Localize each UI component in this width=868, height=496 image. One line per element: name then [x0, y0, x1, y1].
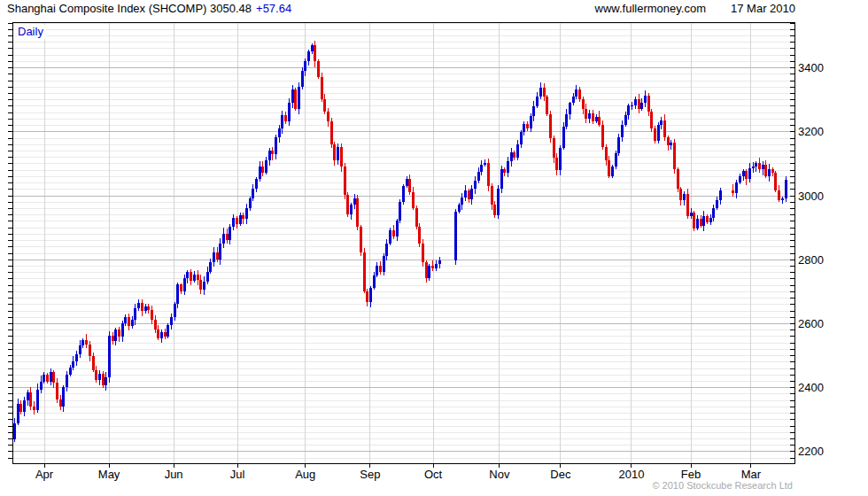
y-axis-label: 3200 [798, 125, 824, 138]
candle-body [46, 375, 49, 381]
y-axis-label: 2400 [798, 381, 824, 394]
x-axis-label: Apr [35, 468, 54, 481]
candle-body [617, 137, 620, 153]
candle-body [134, 308, 136, 320]
candle-body [667, 137, 670, 145]
candle-body [307, 51, 310, 61]
candle-body [438, 260, 441, 264]
candle-body [160, 332, 163, 338]
candle-body [399, 202, 401, 221]
candle-body [85, 340, 88, 345]
candle-body [654, 128, 656, 141]
candle-body [507, 161, 509, 173]
candle-body [562, 127, 565, 147]
candle-body [565, 114, 568, 127]
chart-page: Shanghai Composite Index (SHCOMP) 3050.4… [0, 0, 868, 496]
candle-body [650, 112, 653, 128]
candle-body [520, 132, 523, 144]
candle-body [510, 152, 513, 161]
candle-body [693, 213, 695, 229]
candle-body [595, 117, 598, 121]
candle-body [298, 87, 300, 109]
candle-body [108, 336, 111, 377]
candle-body [27, 392, 29, 400]
candle-body [408, 179, 411, 191]
candle-body [536, 97, 539, 106]
candle-body [605, 147, 608, 159]
price-gridlines-minor [12, 23, 794, 458]
candle-body [323, 99, 326, 112]
month-gridlines [44, 22, 751, 463]
candle-body [226, 234, 229, 240]
candle-body [259, 167, 261, 179]
y-axis-label: 2200 [798, 445, 824, 458]
candle-body [236, 218, 238, 224]
candle-body [281, 115, 283, 128]
candle-body [216, 252, 219, 259]
candle-body [13, 423, 16, 439]
candle-body [95, 370, 97, 380]
candle-body [232, 218, 235, 228]
candle-body [56, 383, 58, 399]
candle-body [601, 125, 604, 147]
x-axis-label: Nov [489, 468, 510, 481]
candle-body [785, 180, 787, 198]
candle-body [484, 163, 486, 164]
candle-body [278, 128, 281, 138]
candle-body [72, 361, 74, 368]
candle-body [356, 198, 359, 228]
candle-body [771, 169, 774, 173]
candle-body [284, 115, 287, 121]
x-axis-label: Dec [550, 468, 571, 481]
candle-body [321, 77, 323, 99]
candle-body [203, 282, 205, 290]
candle-body [468, 190, 470, 200]
candle-body [412, 192, 415, 208]
y-axis-label: 2800 [798, 253, 824, 267]
candle-body [592, 113, 594, 121]
y-axis-label: 3400 [798, 61, 824, 74]
candle-body [363, 252, 366, 291]
candle-body [523, 124, 525, 132]
candle-body [317, 61, 320, 76]
candle-body [75, 354, 78, 361]
y-axis-labels: 3400320030002800260024002200 [798, 61, 824, 458]
candle-body [670, 143, 672, 146]
candle-body [454, 212, 457, 260]
candle-body [686, 194, 689, 216]
candle-body [141, 303, 143, 311]
candle-body [461, 198, 463, 205]
candle-body [249, 198, 252, 208]
candle-body [186, 272, 189, 278]
candle-body [696, 219, 699, 229]
candle-body [690, 213, 693, 216]
candle-body [102, 374, 105, 385]
candle-body [174, 304, 176, 316]
candle-body [732, 190, 734, 194]
candle-body [677, 169, 679, 189]
candle-body [634, 99, 637, 105]
candle-body [157, 329, 159, 338]
x-axis-label: Oct [424, 468, 443, 481]
candle-body [275, 137, 277, 154]
candle-body [615, 153, 617, 166]
candle-body [464, 190, 467, 198]
candle-body [774, 173, 777, 190]
candle-body [346, 195, 349, 214]
candle-body [124, 317, 127, 323]
candle-body [131, 320, 134, 326]
candle-body [530, 116, 532, 128]
candle-body [559, 148, 562, 170]
candle-body [553, 138, 555, 158]
candle-body [755, 163, 757, 167]
candle-body [513, 152, 515, 158]
candle-body [706, 216, 709, 222]
candle-body [474, 181, 477, 189]
candle-body [36, 390, 39, 410]
candle-body [389, 230, 391, 243]
x-axis-label: May [98, 468, 120, 481]
candle-body [532, 106, 535, 116]
candle-body [385, 244, 388, 256]
candle-body [491, 186, 493, 205]
candle-body [739, 176, 741, 182]
